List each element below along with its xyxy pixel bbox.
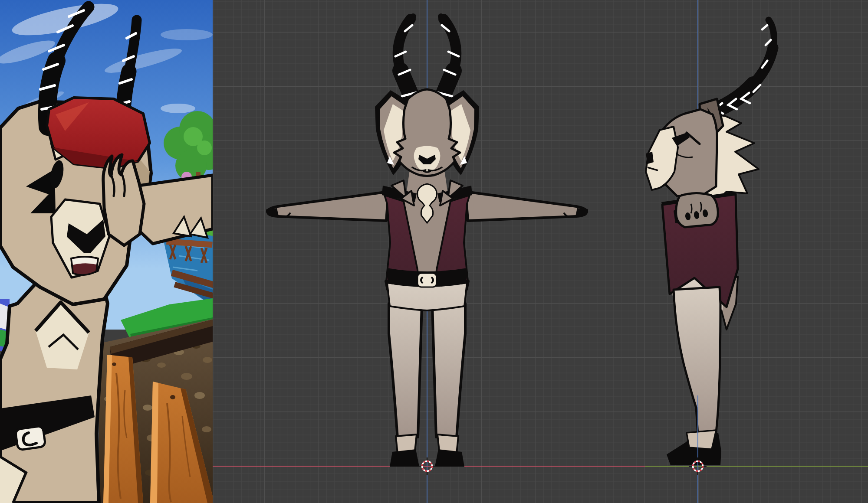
z-axis-line-overlay [697,395,698,503]
3d-cursor-icon[interactable] [417,456,437,477]
z-axis-line-front-view [427,0,427,503]
3d-cursor-icon[interactable] [687,456,708,477]
y-axis-line [645,466,868,467]
reference-photo [0,0,213,503]
mouth [71,257,98,275]
belt-buckle [15,426,46,450]
screenshot-root: Blender-style 3D viewport showing a cart… [0,0,868,503]
3d-viewport[interactable] [213,0,868,503]
